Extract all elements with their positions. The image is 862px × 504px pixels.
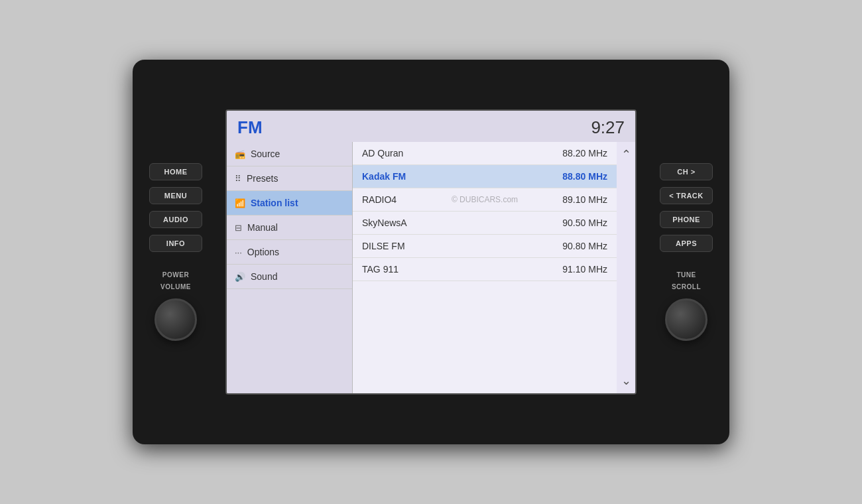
screen: FM 9:27 📻 Source ⠿ Presets 📶	[225, 109, 637, 395]
table-row[interactable]: Kadak FM 88.80 MHz	[353, 165, 617, 188]
table-row[interactable]: DILSE FM 90.80 MHz	[353, 235, 617, 258]
menu-item-source[interactable]: 📻 Source	[227, 142, 352, 166]
scroll-arrows: ⌃ ⌄	[617, 142, 635, 393]
menu-label-source: Source	[251, 149, 280, 159]
manual-icon: ⊟	[235, 223, 242, 233]
screen-container: FM 9:27 📻 Source ⠿ Presets 📶	[216, 73, 646, 431]
station-freq: 88.80 MHz	[548, 171, 607, 182]
table-row[interactable]: SkyNewsA 90.50 MHz	[353, 212, 617, 235]
table-row[interactable]: AD Quran 88.20 MHz	[353, 142, 617, 165]
home-button[interactable]: HOME	[149, 163, 202, 180]
menu-label-options: Options	[247, 247, 279, 257]
right-controls: CH > < TRACK PHONE APPS TUNE SCROLL	[656, 163, 716, 341]
audio-button[interactable]: AUDIO	[149, 211, 202, 228]
head-unit: HOME MENU AUDIO INFO POWER VOLUME FM 9:2…	[133, 60, 729, 444]
table-row[interactable]: TAG 911 91.10 MHz	[353, 258, 617, 281]
clock: 9:27	[591, 117, 625, 138]
menu-item-sound[interactable]: 🔊 Sound	[227, 265, 352, 289]
station-freq: 91.10 MHz	[548, 264, 607, 275]
station-freq: 88.20 MHz	[548, 148, 607, 158]
phone-button[interactable]: PHONE	[660, 211, 713, 228]
station-list: AD Quran 88.20 MHz Kadak FM 88.80 MHz RA…	[353, 142, 617, 393]
menu-item-manual[interactable]: ⊟ Manual	[227, 216, 352, 240]
station-name: DILSE FM	[362, 241, 548, 251]
band-label: FM	[237, 117, 263, 138]
info-button[interactable]: INFO	[149, 235, 202, 252]
scroll-up-arrow[interactable]: ⌃	[621, 147, 631, 162]
menu-label-station-list: Station list	[251, 198, 298, 208]
track-button[interactable]: < TRACK	[660, 187, 713, 204]
tune-scroll-knob[interactable]	[665, 298, 708, 341]
station-freq: 89.10 MHz	[548, 194, 607, 205]
tune-scroll-label: TUNE SCROLL	[672, 271, 701, 290]
menu-label-manual: Manual	[247, 222, 278, 233]
screen-body: 📻 Source ⠿ Presets 📶 Station list ⊟ Manu…	[227, 142, 635, 393]
station-freq: 90.50 MHz	[548, 218, 607, 228]
table-row[interactable]: RADIO4 89.10 MHz © DUBICARS.com	[353, 188, 617, 212]
ch-button[interactable]: CH >	[660, 163, 713, 180]
menu-label-presets: Presets	[247, 173, 278, 184]
station-name: Kadak FM	[362, 171, 548, 182]
station-name: TAG 911	[362, 264, 548, 275]
station-name: SkyNewsA	[362, 218, 548, 228]
menu-button[interactable]: MENU	[149, 187, 202, 204]
power-volume-label: POWER VOLUME	[160, 271, 191, 290]
menu-item-options[interactable]: ··· Options	[227, 240, 352, 265]
station-name: RADIO4	[362, 194, 548, 205]
presets-icon: ⠿	[235, 174, 241, 184]
screen-header: FM 9:27	[227, 111, 635, 142]
left-controls: HOME MENU AUDIO INFO POWER VOLUME	[146, 163, 206, 341]
menu-item-station-list[interactable]: 📶 Station list	[227, 191, 352, 216]
options-icon: ···	[235, 247, 242, 257]
sound-icon: 🔊	[235, 272, 245, 282]
station-name: AD Quran	[362, 148, 548, 158]
left-menu: 📻 Source ⠿ Presets 📶 Station list ⊟ Manu…	[227, 142, 353, 393]
scroll-down-arrow[interactable]: ⌄	[621, 373, 631, 388]
station-list-icon: 📶	[235, 198, 245, 208]
menu-item-presets[interactable]: ⠿ Presets	[227, 166, 352, 191]
station-freq: 90.80 MHz	[548, 241, 607, 251]
apps-button[interactable]: APPS	[660, 235, 713, 252]
source-icon: 📻	[235, 149, 245, 159]
power-volume-knob[interactable]	[154, 298, 197, 341]
menu-label-sound: Sound	[251, 271, 277, 282]
